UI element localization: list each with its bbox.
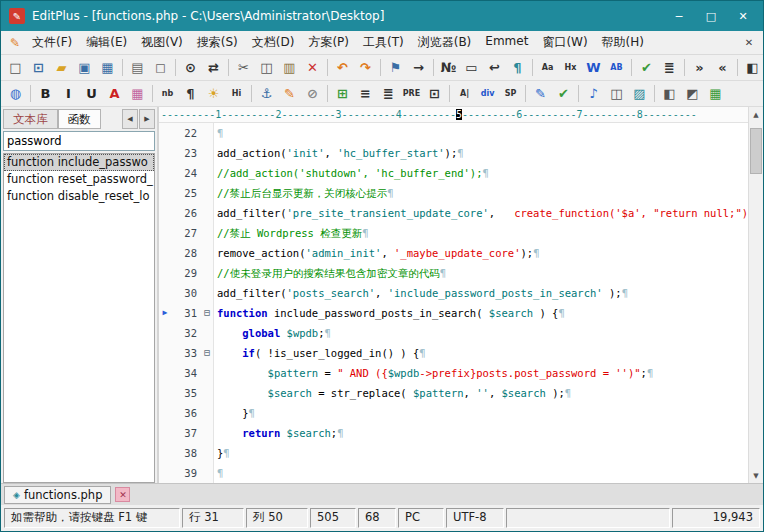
list-item[interactable]: function include_passwo <box>4 154 154 171</box>
frameset-top-button[interactable]: ◩ <box>681 83 704 105</box>
menu-item[interactable]: 搜索(S) <box>190 31 245 54</box>
new-html-button[interactable]: ⊡ <box>27 57 50 79</box>
ruler-toggle-button[interactable]: ▭ <box>460 57 483 79</box>
tab-close-button[interactable]: ✕ <box>115 487 130 502</box>
paste-button[interactable]: ▥ <box>278 57 301 79</box>
code-line[interactable]: 29//使未登录用户的搜索结果包含加密文章的代码¶ <box>159 263 748 283</box>
sidebar-next-button[interactable]: ▶ <box>139 109 155 129</box>
scroll-up-button[interactable]: ▲ <box>749 107 763 122</box>
menu-item[interactable]: Emmet <box>478 31 535 54</box>
line-numbers-button[interactable]: № <box>437 57 460 79</box>
div-tag-button[interactable]: div <box>476 83 499 105</box>
code-line[interactable]: 34 $pattern = " AND ({$wpdb->prefix}post… <box>159 363 748 383</box>
browser-preview-button[interactable]: ◍ <box>4 83 27 105</box>
save-file-button[interactable]: ▣ <box>73 57 96 79</box>
edit-tag-button[interactable]: ✎ <box>278 83 301 105</box>
sidebar-prev-button[interactable]: ◀ <box>122 109 138 129</box>
color-palette-button[interactable]: ▦ <box>126 83 149 105</box>
side-panel-button[interactable]: ◧ <box>741 57 763 79</box>
redo-button[interactable]: ↷ <box>354 57 377 79</box>
script-editor-button[interactable]: ✎ <box>529 83 552 105</box>
code-line[interactable]: 22¶ <box>159 123 748 143</box>
underline-button[interactable]: U <box>80 83 103 105</box>
list-item[interactable]: function disable_reset_lo <box>4 188 154 205</box>
table-tag-button[interactable]: ⊞ <box>331 83 354 105</box>
nonbreaking-space-button[interactable]: nb <box>156 83 179 105</box>
font-color-button[interactable]: A <box>103 83 126 105</box>
undo-button[interactable]: ↶ <box>331 57 354 79</box>
align-left-button[interactable]: ≡ <box>354 83 377 105</box>
menu-item[interactable]: 文件(F) <box>25 31 79 54</box>
syntax-check-button[interactable]: ✔ <box>552 83 575 105</box>
cut-button[interactable]: ✂ <box>232 57 255 79</box>
change-case-button[interactable]: Aa <box>536 57 559 79</box>
bookmark-button[interactable]: ⚑ <box>384 57 407 79</box>
save-all-button[interactable]: ▦ <box>96 57 119 79</box>
close-button[interactable]: ✕ <box>727 4 759 28</box>
menu-item[interactable]: 视图(V) <box>134 31 190 54</box>
audio-tag-button[interactable]: ♪ <box>582 83 605 105</box>
span-tag-button[interactable]: SP <box>499 83 522 105</box>
frameset-left-button[interactable]: ◧ <box>658 83 681 105</box>
italic-button[interactable]: I <box>57 83 80 105</box>
video-tag-button[interactable]: ◫ <box>605 83 628 105</box>
menu-item[interactable]: 工具(T) <box>356 31 411 54</box>
plugin-button[interactable]: ▦ <box>704 83 727 105</box>
menu-item[interactable]: 编辑(E) <box>79 31 134 54</box>
open-file-button[interactable]: ▰ <box>50 57 73 79</box>
code-line[interactable]: 24//add_action('shutdown', 'hc_buffer_en… <box>159 163 748 183</box>
code-line[interactable]: 26add_filter('pre_site_transient_update_… <box>159 203 748 223</box>
code-line[interactable]: 30add_filter('posts_search', 'include_pa… <box>159 283 748 303</box>
heading-tag-button[interactable]: Hi <box>225 83 248 105</box>
menu-item[interactable]: 文档(D) <box>245 31 302 54</box>
menu-item[interactable]: 帮助(H) <box>595 31 651 54</box>
go-to-line-button[interactable]: → <box>407 57 430 79</box>
clear-formatting-button[interactable]: ⊘ <box>301 83 324 105</box>
font-size-tag-button[interactable]: A| <box>453 83 476 105</box>
delete-button[interactable]: ✕ <box>301 57 324 79</box>
copy-button[interactable]: ◫ <box>255 57 278 79</box>
code-line[interactable]: 35 $search = str_replace( $pattern, '', … <box>159 383 748 403</box>
word-wrap-button[interactable]: ↩ <box>483 57 506 79</box>
hex-view-button[interactable]: Hx <box>559 57 582 79</box>
code-line[interactable]: 25//禁止后台显示更新，关闭核心提示¶ <box>159 183 748 203</box>
minimize-button[interactable]: ─ <box>663 4 695 28</box>
cliptext-toggle-button[interactable]: AB <box>605 57 628 79</box>
code-area[interactable]: 22¶23add_action('init', 'hc_buffer_start… <box>159 123 748 483</box>
sidebar-tab[interactable]: 文本库 <box>3 109 58 129</box>
image-tag-button[interactable]: ▨ <box>628 83 651 105</box>
code-line[interactable]: 37 return $search;¶ <box>159 423 748 443</box>
code-line[interactable]: 32 global $wpdb;¶ <box>159 323 748 343</box>
menu-item[interactable]: 窗口(W) <box>535 31 594 54</box>
code-line[interactable]: 27//禁止 Wordpress 检查更新¶ <box>159 223 748 243</box>
find-button[interactable]: ⊙ <box>179 57 202 79</box>
code-line[interactable]: 33⊟ if( !is_user_logged_in() ) {¶ <box>159 343 748 363</box>
function-filter-input[interactable] <box>3 131 155 151</box>
scrollbar-thumb[interactable] <box>750 128 762 174</box>
new-file-button[interactable]: □ <box>4 57 27 79</box>
tab-functions-php[interactable]: ◈ functions.php <box>4 486 111 504</box>
scrollbar-track[interactable] <box>749 122 763 468</box>
menu-item[interactable]: 方案(P) <box>301 31 356 54</box>
replace-button[interactable]: ⇄ <box>202 57 225 79</box>
scroll-down-button[interactable]: ▼ <box>749 468 763 483</box>
bold-button[interactable]: B <box>34 83 57 105</box>
spell-check-button[interactable]: ✔ <box>635 57 658 79</box>
align-center-button[interactable]: ≣ <box>377 83 400 105</box>
show-paragraph-button[interactable]: ¶ <box>506 57 529 79</box>
paragraph-tag-button[interactable]: ¶ <box>179 83 202 105</box>
menu-item[interactable]: 浏览器(B) <box>411 31 479 54</box>
code-line[interactable]: 28remove_action('admin_init', '_maybe_up… <box>159 243 748 263</box>
html-toolbar-button[interactable]: W <box>582 57 605 79</box>
sidebar-tab[interactable]: 函数 <box>58 109 101 129</box>
code-line[interactable]: 38}¶ <box>159 443 748 463</box>
pre-tag-button[interactable]: PRE <box>400 83 423 105</box>
maximize-button[interactable]: □ <box>695 4 727 28</box>
special-character-button[interactable]: ☀ <box>202 83 225 105</box>
code-line[interactable]: ▶31⊟function include_password_posts_in_s… <box>159 303 748 323</box>
code-box-button[interactable]: ⊡ <box>423 83 446 105</box>
code-line[interactable]: 39¶ <box>159 463 748 483</box>
document-close-button[interactable]: ✕ <box>739 37 759 48</box>
anchor-tag-button[interactable]: ⚓ <box>255 83 278 105</box>
print-preview-button[interactable]: ◻ <box>149 57 172 79</box>
